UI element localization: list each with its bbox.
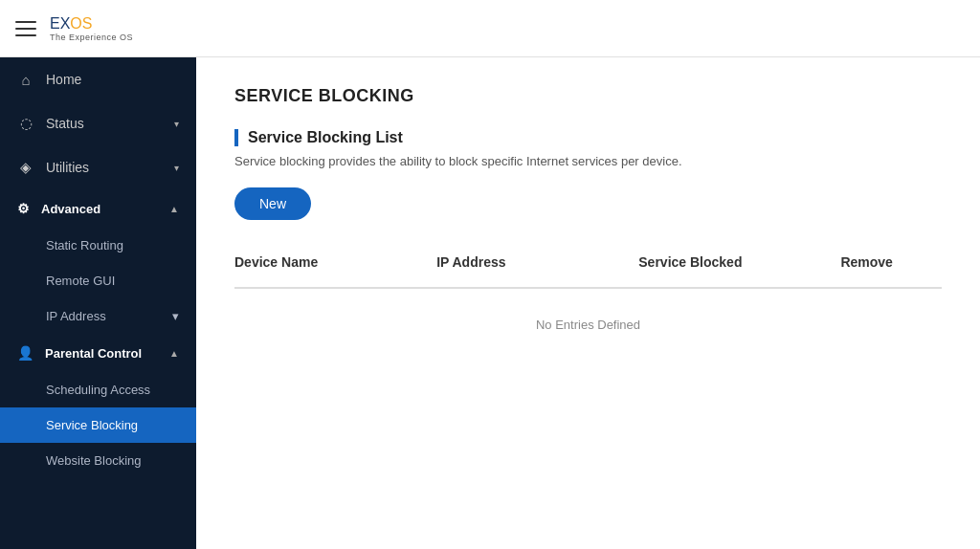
sidebar-item-service-blocking-label: Service Blocking xyxy=(46,418,138,432)
logo-text: EXOS xyxy=(50,15,133,33)
sidebar-item-ip-address-label: IP Address xyxy=(46,309,106,323)
sidebar-item-remote-gui-label: Remote GUI xyxy=(46,274,115,288)
sidebar-item-utilities[interactable]: ◈ Utilities ▾ xyxy=(0,145,196,189)
hamburger-menu-icon[interactable] xyxy=(15,21,36,36)
sidebar-item-advanced[interactable]: ⚙ Advanced ▲ xyxy=(0,189,196,228)
sidebar-item-website-blocking-label: Website Blocking xyxy=(46,453,141,468)
sidebar-item-parental-control[interactable]: 👤 Parental Control ▲ xyxy=(0,334,196,372)
col-service-blocked: Service Blocked xyxy=(638,247,840,277)
sidebar-item-home[interactable]: ⌂ Home xyxy=(0,57,196,101)
col-device-name: Device Name xyxy=(234,247,436,277)
sidebar-item-scheduling-access[interactable]: Scheduling Access xyxy=(0,372,196,407)
main-layout: ⌂ Home ◌ Status ▾ ◈ Utilities ▾ ⚙ Advanc… xyxy=(0,57,980,549)
logo-ex: EX xyxy=(50,15,70,32)
logo-subtitle: The Experience OS xyxy=(50,33,133,42)
advanced-icon: ⚙ xyxy=(17,201,30,216)
logo-os: OS xyxy=(70,15,92,32)
sidebar-item-status[interactable]: ◌ Status ▾ xyxy=(0,101,196,145)
table-header: Device Name IP Address Service Blocked R… xyxy=(234,247,942,289)
section-header: Service Blocking List xyxy=(234,129,942,146)
sidebar-item-website-blocking[interactable]: Website Blocking xyxy=(0,443,196,478)
top-header: EXOS The Experience OS xyxy=(0,0,980,57)
table-body: No Entries Defined xyxy=(234,289,942,361)
status-icon: ◌ xyxy=(17,115,34,132)
sidebar-item-static-routing[interactable]: Static Routing xyxy=(0,228,196,263)
sidebar-item-ip-address[interactable]: IP Address ▾ xyxy=(0,298,196,334)
sidebar-item-advanced-label: Advanced xyxy=(41,202,100,216)
advanced-chevron-icon: ▲ xyxy=(169,204,179,214)
col-ip-address: IP Address xyxy=(436,247,638,277)
no-entries-message: No Entries Defined xyxy=(536,318,640,332)
sidebar-item-status-label: Status xyxy=(46,116,84,131)
col-remove: Remove xyxy=(840,247,942,277)
ip-address-chevron-icon: ▾ xyxy=(172,309,179,323)
sidebar-item-scheduling-access-label: Scheduling Access xyxy=(46,383,150,397)
service-blocking-table: Device Name IP Address Service Blocked R… xyxy=(234,247,942,361)
section-description: Service blocking provides the ability to… xyxy=(234,154,942,168)
page-title: SERVICE BLOCKING xyxy=(234,86,942,106)
content-area: SERVICE BLOCKING Service Blocking List S… xyxy=(196,57,980,549)
home-icon: ⌂ xyxy=(17,71,34,88)
parental-control-icon: 👤 xyxy=(17,345,33,361)
status-chevron-icon: ▾ xyxy=(174,119,179,129)
parental-control-chevron-icon: ▲ xyxy=(169,348,179,359)
utilities-icon: ◈ xyxy=(17,159,34,176)
new-button[interactable]: New xyxy=(234,187,311,220)
utilities-chevron-icon: ▾ xyxy=(174,163,179,173)
sidebar-item-service-blocking[interactable]: Service Blocking xyxy=(0,407,196,443)
sidebar-item-static-routing-label: Static Routing xyxy=(46,238,123,253)
sidebar-item-home-label: Home xyxy=(46,72,81,87)
sidebar-item-parental-control-label: Parental Control xyxy=(45,346,142,361)
logo: EXOS The Experience OS xyxy=(50,15,133,42)
sidebar-item-remote-gui[interactable]: Remote GUI xyxy=(0,263,196,298)
sidebar-item-utilities-label: Utilities xyxy=(46,160,89,175)
sidebar: ⌂ Home ◌ Status ▾ ◈ Utilities ▾ ⚙ Advanc… xyxy=(0,57,196,549)
section-title: Service Blocking List xyxy=(248,129,403,146)
